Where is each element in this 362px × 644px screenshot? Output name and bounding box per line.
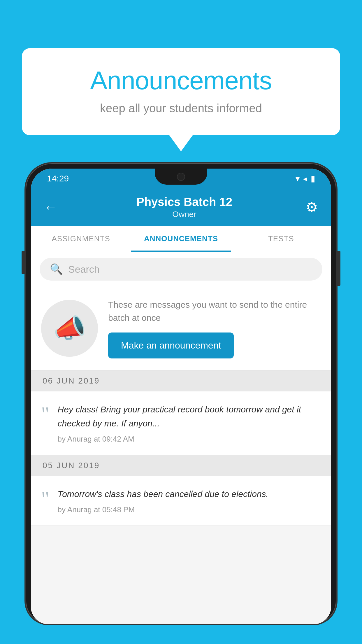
search-bar[interactable]: 🔍 Search [40, 258, 322, 281]
date-divider-1: 06 JUN 2019 [31, 370, 331, 391]
speech-bubble: Announcements keep all your students inf… [22, 48, 340, 135]
date-divider-2: 05 JUN 2019 [31, 455, 331, 476]
app-bar-title: Physics Batch 12 [63, 195, 305, 209]
app-bar-title-section: Physics Batch 12 Owner [63, 195, 305, 219]
announcement-content-2: Tomorrow's class has been cancelled due … [58, 487, 321, 514]
phone-wrapper: 14:29 ▾ ◂ ▮ ← Physics Batch 12 Owner ⚙ [26, 163, 336, 644]
notch-camera [177, 173, 185, 181]
announcement-item-1[interactable]: " Hey class! Bring your practical record… [31, 391, 331, 455]
wifi-icon: ▾ [296, 174, 300, 183]
tab-tests[interactable]: TESTS [231, 226, 331, 252]
speech-bubble-tail [169, 135, 193, 151]
tab-announcements[interactable]: ANNOUNCEMENTS [131, 226, 231, 252]
status-bar: 14:29 ▾ ◂ ▮ [31, 169, 331, 188]
content-area: 🔍 Search 📣 These are messages you want t… [31, 252, 331, 624]
speech-bubble-title: Announcements [45, 66, 317, 95]
quote-icon-1: " [41, 404, 50, 424]
back-button[interactable]: ← [44, 199, 57, 215]
settings-icon[interactable]: ⚙ [305, 199, 318, 215]
speech-bubble-subtitle: keep all your students informed [45, 102, 317, 115]
search-icon: 🔍 [50, 263, 63, 275]
battery-icon: ▮ [311, 174, 315, 183]
announcement-text-2: Tomorrow's class has been cancelled due … [58, 487, 321, 501]
promo-section: 📣 These are messages you want to send to… [31, 286, 331, 370]
announcement-item-2[interactable]: " Tomorrow's class has been cancelled du… [31, 476, 331, 526]
search-container: 🔍 Search [31, 252, 331, 286]
announcement-meta-2: by Anurag at 05:48 PM [58, 505, 321, 514]
promo-icon-circle: 📣 [41, 300, 98, 357]
speech-bubble-wrapper: Announcements keep all your students inf… [22, 48, 340, 151]
phone-outer: 14:29 ▾ ◂ ▮ ← Physics Batch 12 Owner ⚙ [26, 163, 336, 624]
quote-icon-2: " [41, 489, 50, 509]
status-time: 14:29 [47, 174, 69, 183]
make-announcement-button[interactable]: Make an announcement [108, 332, 234, 358]
announcement-content-1: Hey class! Bring your practical record b… [58, 402, 321, 444]
promo-right: These are messages you want to send to t… [108, 298, 321, 358]
promo-description: These are messages you want to send to t… [108, 298, 321, 324]
search-placeholder-text: Search [68, 264, 100, 275]
tabs-bar: ASSIGNMENTS ANNOUNCEMENTS TESTS [31, 226, 331, 252]
signal-icon: ◂ [303, 174, 307, 183]
announcement-meta-1: by Anurag at 09:42 AM [58, 435, 321, 444]
date-text-2: 05 JUN 2019 [43, 461, 100, 470]
app-bar: ← Physics Batch 12 Owner ⚙ [31, 188, 331, 226]
tab-assignments[interactable]: ASSIGNMENTS [31, 226, 131, 252]
date-text-1: 06 JUN 2019 [43, 376, 100, 386]
app-bar-subtitle: Owner [63, 210, 305, 219]
announcement-text-1: Hey class! Bring your practical record b… [58, 402, 321, 430]
megaphone-icon: 📣 [53, 313, 86, 344]
phone-screen: 14:29 ▾ ◂ ▮ ← Physics Batch 12 Owner ⚙ [31, 169, 331, 624]
notch [155, 169, 207, 185]
status-icons: ▾ ◂ ▮ [296, 174, 315, 183]
